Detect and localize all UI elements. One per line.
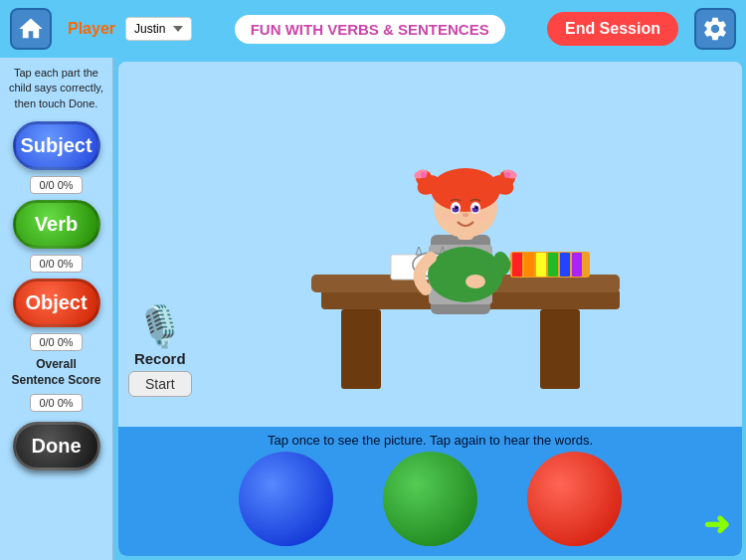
next-arrow-icon[interactable]: ➜: [703, 508, 730, 540]
svg-point-38: [472, 206, 474, 208]
illustration: [118, 62, 742, 427]
svg-rect-16: [548, 253, 558, 277]
svg-rect-15: [536, 253, 546, 277]
app-title: FUN WITH VERBS & SENTENCES: [233, 13, 507, 46]
home-icon: [17, 15, 45, 43]
main-area: Tap each part the child says correctly, …: [0, 58, 746, 560]
tap-instruction: Tap once to see the picture. Tap again t…: [118, 427, 742, 452]
sidebar: Tap each part the child says correctly, …: [0, 58, 114, 560]
svg-point-30: [504, 172, 510, 178]
character-illustration: [281, 91, 640, 409]
subject-button[interactable]: Subject: [13, 121, 100, 170]
svg-point-42: [466, 275, 485, 288]
svg-point-39: [463, 213, 468, 217]
verb-button[interactable]: Verb: [13, 200, 100, 249]
overall-label: OverallSentence Score: [11, 357, 100, 388]
scene: 🎙️ Record Start: [118, 62, 742, 427]
circles-row: [118, 452, 742, 556]
instruction-text: Tap each part the child says correctly, …: [6, 66, 106, 111]
svg-point-41: [475, 213, 489, 221]
green-circle[interactable]: [383, 452, 477, 546]
blue-circle[interactable]: [239, 452, 333, 546]
svg-point-35: [455, 206, 457, 208]
svg-point-37: [453, 206, 455, 208]
verb-score: 0/0 0%: [30, 255, 82, 273]
object-score: 0/0 0%: [30, 333, 82, 351]
done-button[interactable]: Done: [13, 422, 100, 470]
svg-point-40: [442, 213, 456, 221]
svg-point-36: [474, 206, 476, 208]
overall-score: 0/0 0%: [30, 394, 82, 412]
svg-point-22: [431, 168, 500, 212]
gear-icon: [701, 15, 729, 43]
svg-marker-8: [416, 247, 422, 255]
content-area: 🎙️ Record Start: [118, 62, 742, 556]
svg-rect-1: [341, 309, 381, 389]
subject-score: 0/0 0%: [30, 176, 82, 194]
header: Player Justin FUN WITH VERBS & SENTENCES…: [0, 0, 746, 58]
red-circle[interactable]: [527, 452, 622, 546]
player-value: Justin: [134, 22, 165, 36]
home-button[interactable]: [10, 8, 52, 50]
end-session-button[interactable]: End Session: [547, 12, 678, 46]
svg-point-28: [421, 172, 427, 178]
svg-rect-13: [512, 253, 522, 277]
object-button[interactable]: Object: [13, 279, 100, 327]
player-selector[interactable]: Justin: [125, 17, 192, 41]
svg-rect-17: [560, 253, 570, 277]
chevron-down-icon: [173, 26, 183, 32]
svg-rect-18: [572, 253, 582, 277]
settings-button[interactable]: [694, 8, 736, 50]
bottom-panel: Tap once to see the picture. Tap again t…: [118, 427, 742, 556]
svg-rect-2: [540, 309, 580, 389]
player-label: Player: [68, 20, 115, 38]
svg-rect-14: [524, 253, 534, 277]
